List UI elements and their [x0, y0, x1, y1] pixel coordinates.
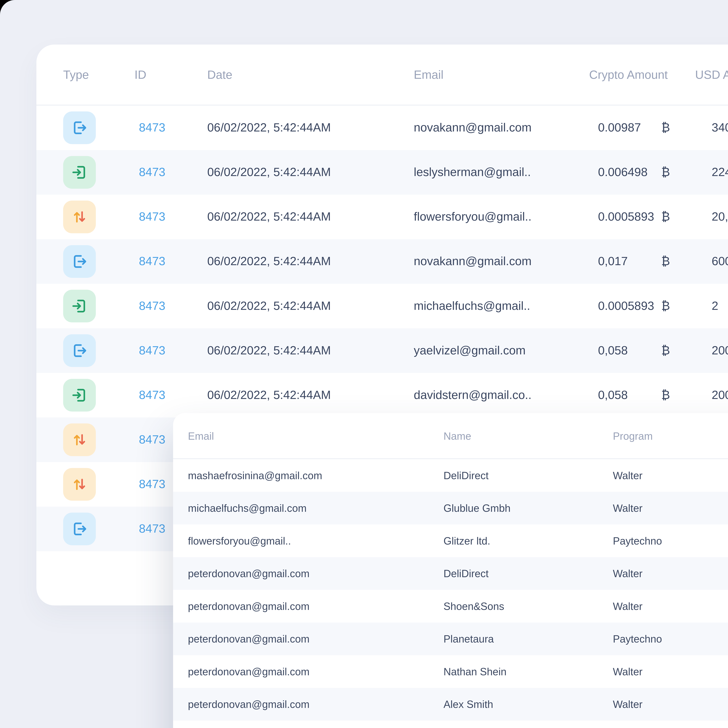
usd-amount: 2000 — [683, 344, 728, 357]
kyb-table-row: flowersforyou@gmail.. Glitzer ltd. Payte… — [173, 525, 728, 557]
transaction-email: leslysherman@gmail.. — [408, 166, 574, 179]
kyb-table-row: peterdonovan@gmail.com Alex Smith Walter… — [173, 688, 728, 720]
kyb-rows: mashaefrosinina@gmail.com DeliDirect Wal… — [173, 459, 728, 728]
kyb-table-row: peterdonovan@gmail.com DeliDirect Walter… — [173, 557, 728, 590]
transaction-id-link[interactable]: 8473 — [135, 299, 201, 313]
kyb-panel: Email Name Program KYB Status Actions ma… — [173, 413, 728, 728]
kyb-name: Alex Smith — [444, 698, 613, 710]
transaction-email: flowersforyou@gmail.. — [408, 210, 574, 224]
transaction-date: 06/02/2022, 5:42:44AM — [201, 388, 408, 402]
crypto-amount: 0.00987 — [574, 121, 648, 135]
transaction-email: novakann@gmail.com — [408, 121, 574, 135]
transfer-out-icon — [63, 245, 96, 278]
exchange-icon — [63, 468, 96, 500]
kyb-program: Walter — [613, 470, 728, 481]
bitcoin-symbol: ₿ — [648, 121, 683, 135]
transfer-in-icon — [63, 156, 96, 188]
usd-amount: 600 — [683, 255, 728, 268]
transaction-date: 06/02/2022, 5:42:44AM — [201, 166, 408, 179]
kyb-name: Planetaura — [444, 633, 613, 645]
table-row: 8473 06/02/2022, 5:42:44AM davidstern@gm… — [37, 373, 728, 418]
exchange-icon — [63, 200, 96, 233]
kyb-email: peterdonovan@gmail.com — [188, 633, 444, 645]
usd-amount: 2 — [683, 299, 728, 313]
transaction-id-link[interactable]: 8473 — [135, 210, 201, 224]
transaction-date: 06/02/2022, 5:42:44AM — [201, 210, 408, 224]
kyb-table-row: flowersforyou@gmail.com DeliDirect Payte… — [173, 720, 728, 728]
usd-amount: 2000 — [683, 388, 728, 402]
kyb-name: DeliDirect — [444, 470, 613, 481]
kyb-name: Glublue Gmbh — [444, 502, 613, 514]
crypto-amount: 0,017 — [574, 255, 648, 268]
bitcoin-symbol: ₿ — [648, 344, 683, 357]
kyb-email: peterdonovan@gmail.com — [188, 600, 444, 612]
bitcoin-symbol: ₿ — [648, 388, 683, 402]
kyb-column-header-program: Program — [613, 430, 728, 442]
kyb-email: peterdonovan@gmail.com — [188, 567, 444, 580]
bitcoin-symbol: ₿ — [648, 299, 683, 313]
transaction-id-link[interactable]: 8473 — [135, 121, 201, 135]
transaction-date: 06/02/2022, 5:42:44AM — [201, 121, 408, 135]
kyb-email: peterdonovan@gmail.com — [188, 698, 444, 710]
transaction-date: 06/02/2022, 5:42:44AM — [201, 255, 408, 268]
column-header-email: Email — [408, 68, 574, 81]
kyb-program: Walter — [613, 600, 728, 612]
column-header-usd-amount: USD Amount — [683, 68, 728, 81]
kyb-program: Walter — [613, 665, 728, 678]
kyb-program: Walter — [613, 567, 728, 580]
usd-amount: 340,27 — [683, 121, 728, 135]
column-header-date: Date — [201, 68, 408, 81]
transaction-id-link[interactable]: 8473 — [135, 344, 201, 357]
table-row: 8473 06/02/2022, 5:42:44AM yaelvizel@gma… — [37, 328, 728, 373]
kyb-program: Paytechno — [613, 633, 728, 645]
app-window: Type ID Date Email Crypto Amount USD Amo… — [0, 0, 728, 728]
transaction-email: davidstern@gmail.co.. — [408, 388, 574, 402]
transfer-in-icon — [63, 379, 96, 411]
kyb-table-row: mashaefrosinina@gmail.com DeliDirect Wal… — [173, 459, 728, 492]
kyb-program: Walter — [613, 698, 728, 710]
usd-amount: 20,32 — [683, 210, 728, 224]
crypto-amount: 0.0005893 — [574, 210, 648, 224]
usd-amount: 224,02 — [683, 166, 728, 179]
kyb-email: flowersforyou@gmail.. — [188, 535, 444, 547]
column-header-crypto-amount: Crypto Amount — [574, 68, 683, 81]
kyb-table-row: michaelfuchs@gmail.com Glublue Gmbh Walt… — [173, 492, 728, 525]
exchange-icon — [63, 424, 96, 456]
table-row: 8473 06/02/2022, 5:42:44AM flowersforyou… — [37, 195, 728, 239]
kyb-table-row: peterdonovan@gmail.com Nathan Shein Walt… — [173, 655, 728, 688]
kyb-column-header-name: Name — [444, 430, 613, 442]
kyb-email: mashaefrosinina@gmail.com — [188, 470, 444, 481]
transactions-table-header: Type ID Date Email Crypto Amount USD Amo… — [37, 44, 728, 106]
kyb-email: michaelfuchs@gmail.com — [188, 502, 444, 514]
kyb-program: Walter — [613, 502, 728, 514]
kyb-name: Glitzer ltd. — [444, 535, 613, 547]
table-row: 8473 06/02/2022, 5:42:44AM novakann@gmai… — [37, 239, 728, 284]
kyb-name: DeliDirect — [444, 567, 613, 580]
transaction-date: 06/02/2022, 5:42:44AM — [201, 344, 408, 357]
kyb-table-row: peterdonovan@gmail.com Shoen&Sons Walter… — [173, 590, 728, 622]
transaction-email: yaelvizel@gmail.com — [408, 344, 574, 357]
kyb-email: peterdonovan@gmail.com — [188, 665, 444, 678]
transaction-id-link[interactable]: 8473 — [135, 388, 201, 402]
transaction-email: novakann@gmail.com — [408, 255, 574, 268]
transfer-out-icon — [63, 512, 96, 545]
table-row: 8473 06/02/2022, 5:42:44AM novakann@gmai… — [37, 106, 728, 150]
kyb-name: Shoen&Sons — [444, 600, 613, 612]
column-header-type: Type — [63, 68, 135, 81]
bitcoin-symbol: ₿ — [648, 166, 683, 179]
transfer-out-icon — [63, 112, 96, 144]
transaction-id-link[interactable]: 8473 — [135, 166, 201, 179]
table-row: 8473 06/02/2022, 5:42:44AM leslysherman@… — [37, 150, 728, 195]
transaction-id-link[interactable]: 8473 — [135, 255, 201, 268]
transfer-in-icon — [63, 290, 96, 322]
transaction-date: 06/02/2022, 5:42:44AM — [201, 299, 408, 313]
crypto-amount: 0,058 — [574, 344, 648, 357]
column-header-id: ID — [135, 68, 201, 81]
transfer-out-icon — [63, 334, 96, 367]
crypto-amount: 0.0005893 — [574, 299, 648, 313]
bitcoin-symbol: ₿ — [648, 210, 683, 224]
crypto-amount: 0,058 — [574, 388, 648, 402]
table-row: 8473 06/02/2022, 5:42:44AM michaelfuchs@… — [37, 284, 728, 328]
bitcoin-symbol: ₿ — [648, 255, 683, 268]
kyb-panel-header: Email Name Program KYB Status Actions — [173, 413, 728, 459]
